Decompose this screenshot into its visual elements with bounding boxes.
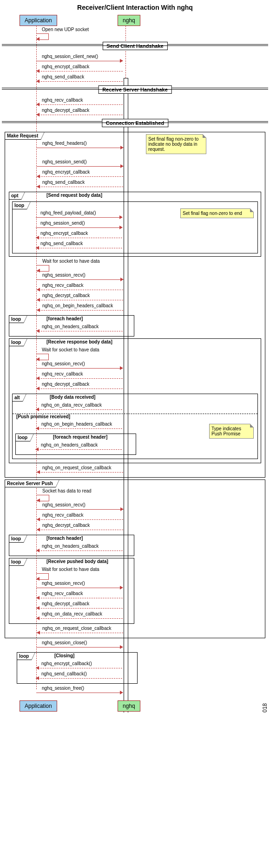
msg-data-recv-cb-2: nghq_on_data_recv_callback [9, 611, 134, 622]
group-foreach-req-header: loop [foreach request header] nghq_on_he… [15, 434, 136, 455]
msg-session-send-2: nghq_session_send() [13, 220, 257, 231]
actor-nghq-bottom: nghq [118, 700, 140, 712]
msg-headers-cb-2: nghq_on_headers_callback [16, 442, 136, 453]
msg-send-cb-1: nghq_send_callback [0, 74, 270, 84]
msg-session-recv-4: nghq_session_recv() [9, 581, 134, 591]
msg-encrypt-cb-call: nghq_encrypt_callback() [17, 661, 137, 671]
msg-req-close-1: nghq_on_request_close_callback [5, 465, 265, 475]
msg-feed-payload: nghq_feed_payload_data() [13, 210, 257, 220]
msg-decrypt-cb-2: nghq_decrypt_callback [5, 293, 265, 303]
msg-encrypt-cb-3: nghq_encrypt_callback [13, 231, 257, 241]
msg-send-cb-3: nghq_send_callback [13, 241, 257, 251]
msg-socket-data: Socket has data to read [5, 488, 265, 502]
msg-session-send-1: nghq_session_send() [5, 159, 265, 169]
msg-recv-cb-5: nghq_recv_callback [9, 591, 134, 601]
group-closing: loop [Closing] nghq_encrypt_callback() n… [17, 652, 138, 684]
group-loop-body: loop Set final flag non-zero to end nghq… [12, 201, 258, 253]
msg-wait-1: Wait for socket to have data [5, 259, 265, 272]
group-recv-pushed: loop [Receive pushed body data] Wait for… [9, 558, 134, 624]
msg-headers-cb-3: nghq_on_headers_callback [9, 544, 134, 554]
msg-decrypt-cb-4: nghq_decrypt_callback [5, 523, 265, 533]
msg-session-recv-1: nghq_session_recv() [5, 272, 265, 283]
copyright-text: © British Broadcasting Corporation 2018 [262, 703, 268, 713]
msg-session-recv-2: nghq_session_recv() [9, 361, 261, 371]
msg-decrypt-cb-5: nghq_decrypt_callback [9, 601, 134, 611]
actor-nghq: nghq [118, 15, 140, 26]
msg-recv-cb-2: nghq_recv_callback [5, 283, 265, 293]
actors-bottom: Application nghq [0, 700, 270, 713]
msg-begin-headers-1: nghq_on_begin_headers_callback [5, 303, 265, 313]
group-make-request: Make Request Set final flag non-zero to … [5, 132, 265, 478]
msg-encrypt-cb-2: nghq_encrypt_callback [5, 169, 265, 180]
msg-recv-cb-4: nghq_recv_callback [5, 512, 265, 523]
group-alt: alt [Body data received] nghq_on_data_re… [12, 394, 258, 459]
msg-open-socket: Open new UDP socket [0, 27, 270, 41]
actors-top: Application nghq [0, 15, 270, 27]
msg-wait-3: Wait for socket to have data [9, 567, 134, 581]
msg-send-cb-call: nghq_send_callback() [17, 671, 137, 681]
msg-recv-cb-1: nghq_recv_callback [0, 97, 270, 108]
msg-decrypt-cb-3: nghq_decrypt_callback [9, 382, 261, 392]
msg-encrypt-cb-1: nghq_encrypt_callback [0, 64, 270, 74]
divider-established: Connection Established [0, 119, 270, 130]
msg-session-recv-3: nghq_session_recv() [5, 502, 265, 512]
msg-feed-headers: nghq_feed_headers() [5, 141, 265, 151]
msg-begin-headers-2: nghq_on_begin_headers_callback [13, 421, 257, 432]
msg-wait-2: Wait for socket to have data [9, 347, 261, 361]
divider-send-handshake: Send Client Handshake [0, 42, 270, 53]
group-foreach-header-2: loop [foreach header] nghq_on_headers_ca… [9, 535, 134, 556]
msg-headers-cb-1: nghq_on_headers_callback [9, 324, 134, 334]
msg-session-close: nghq_session_close() [0, 640, 270, 650]
actor-application: Application [20, 15, 57, 26]
diagram-title: Receiver/Client Interaction With nghq [0, 0, 270, 15]
group-recv-body: loop [Receive response body data] Wait f… [9, 338, 261, 463]
msg-data-recv-cb-1: nghq_on_data_recv_callback [13, 402, 257, 413]
msg-req-close-2: nghq_on_request_close_callback [5, 626, 265, 636]
group-foreach-header-1: loop [foreach header] nghq_on_headers_ca… [9, 315, 134, 337]
msg-recv-cb-3: nghq_recv_callback [9, 371, 261, 382]
msg-session-free: nghq_session_free() [0, 686, 270, 696]
group-recv-push: Receive Server Push Socket has data to r… [5, 479, 265, 638]
msg-decrypt-cb-1: nghq_decrypt_callback [0, 108, 270, 118]
actor-application-bottom: Application [20, 700, 57, 712]
msg-session-new: nghq_session_client_new() [0, 54, 270, 64]
divider-recv-handshake: Receive Server Handshake [0, 85, 270, 97]
msg-send-cb-2: nghq_send_callback [5, 180, 265, 190]
group-opt: opt [Send request body data] loop Set fi… [9, 192, 261, 257]
